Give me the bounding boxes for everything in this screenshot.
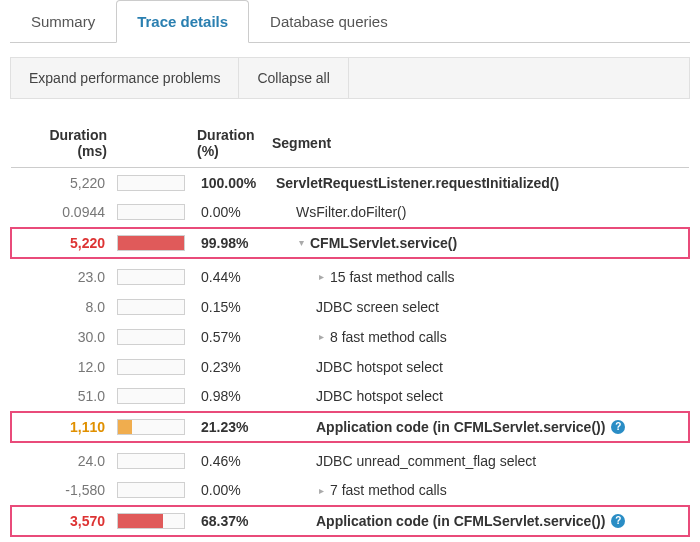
expand-problems-button[interactable]: Expand performance problems	[11, 58, 239, 98]
segment-cell: Application code (in CFMLServlet.service…	[266, 412, 689, 442]
trace-row[interactable]: 5,220100.00%ServletRequestListener.reque…	[11, 168, 689, 198]
duration-bar	[111, 262, 191, 292]
duration-pct: 68.37%	[191, 506, 266, 536]
duration-bar	[111, 382, 191, 412]
tab-summary[interactable]: Summary	[10, 0, 116, 43]
duration-pct: 99.98%	[191, 228, 266, 258]
chevron-down-icon[interactable]: ▾	[296, 237, 306, 248]
duration-bar	[111, 322, 191, 352]
chevron-right-icon[interactable]: ▸	[316, 485, 326, 496]
duration-pct: 21.23%	[191, 412, 266, 442]
segment-label: Application code (in CFMLServlet.service…	[316, 419, 605, 435]
segment-cell: JDBC screen select	[266, 292, 689, 322]
segment-label: WsFilter.doFilter()	[296, 204, 406, 220]
trace-row[interactable]: 30.00.57%▸8 fast method calls	[11, 322, 689, 352]
duration-ms: 12.0	[11, 352, 111, 382]
trace-row[interactable]: 24.00.46%JDBC unread_comment_flag select	[11, 446, 689, 476]
trace-row[interactable]: 12.00.23%JDBC hotspot select	[11, 352, 689, 382]
trace-row[interactable]: 0.09440.00%WsFilter.doFilter()	[11, 198, 689, 228]
segment-label: ServletRequestListener.requestInitialize…	[276, 175, 559, 191]
segment-label: CFMLServlet.service()	[310, 235, 457, 251]
duration-ms: 30.0	[11, 322, 111, 352]
trace-row[interactable]: 8.00.15%JDBC screen select	[11, 292, 689, 322]
help-icon[interactable]: ?	[611, 514, 625, 528]
duration-bar	[111, 412, 191, 442]
duration-bar	[111, 228, 191, 258]
trace-row[interactable]: 23.00.44%▸15 fast method calls	[11, 262, 689, 292]
trace-row[interactable]: 51.00.98%JDBC hotspot select	[11, 382, 689, 412]
duration-pct: 0.00%	[191, 198, 266, 228]
duration-ms: 5,220	[11, 228, 111, 258]
segment-cell: WsFilter.doFilter()	[266, 198, 689, 228]
segment-label: 15 fast method calls	[330, 269, 455, 285]
segment-cell: JDBC hotspot select	[266, 382, 689, 412]
chevron-right-icon[interactable]: ▸	[316, 271, 326, 282]
duration-bar	[111, 198, 191, 228]
trace-table: Duration (ms) Duration (%) Segment 5,220…	[10, 119, 690, 540]
segment-cell: Application code (in CFMLServlet.service…	[266, 506, 689, 536]
segment-label: JDBC hotspot select	[316, 359, 443, 375]
toolbar: Expand performance problems Collapse all	[10, 57, 690, 99]
segment-label: 7 fast method calls	[330, 482, 447, 498]
chevron-right-icon[interactable]: ▸	[316, 331, 326, 342]
duration-bar	[111, 168, 191, 198]
trace-row[interactable]: 1,11021.23%Application code (in CFMLServ…	[11, 412, 689, 442]
duration-bar	[111, 476, 191, 506]
duration-ms: -1,580	[11, 476, 111, 506]
segment-label: Application code (in CFMLServlet.service…	[316, 513, 605, 529]
col-duration-ms[interactable]: Duration (ms)	[11, 119, 111, 168]
trace-row[interactable]: -1,5800.00%▸7 fast method calls	[11, 476, 689, 506]
segment-cell: JDBC unread_comment_flag select	[266, 446, 689, 476]
duration-pct: 0.44%	[191, 262, 266, 292]
segment-cell: ▸7 fast method calls	[266, 476, 689, 506]
help-icon[interactable]: ?	[611, 420, 625, 434]
duration-pct: 0.00%	[191, 476, 266, 506]
duration-pct: 0.15%	[191, 292, 266, 322]
duration-pct: 100.00%	[191, 168, 266, 198]
duration-bar	[111, 292, 191, 322]
duration-ms: 5,220	[11, 168, 111, 198]
collapse-all-button[interactable]: Collapse all	[239, 58, 348, 98]
duration-ms: 8.0	[11, 292, 111, 322]
segment-label: 8 fast method calls	[330, 329, 447, 345]
duration-pct: 0.46%	[191, 446, 266, 476]
segment-label: JDBC screen select	[316, 299, 439, 315]
duration-ms: 24.0	[11, 446, 111, 476]
trace-row[interactable]: 3,57068.37%Application code (in CFMLServ…	[11, 506, 689, 536]
duration-ms: 23.0	[11, 262, 111, 292]
segment-cell: JDBC hotspot select	[266, 352, 689, 382]
duration-pct: 0.57%	[191, 322, 266, 352]
segment-cell: ▸8 fast method calls	[266, 322, 689, 352]
segment-label: JDBC hotspot select	[316, 388, 443, 404]
tab-trace-details[interactable]: Trace details	[116, 0, 249, 43]
duration-pct: 0.23%	[191, 352, 266, 382]
segment-cell: ▾CFMLServlet.service()	[266, 228, 689, 258]
segment-cell: ▸15 fast method calls	[266, 262, 689, 292]
duration-pct: 0.98%	[191, 382, 266, 412]
col-duration-pct[interactable]: Duration (%)	[191, 119, 266, 168]
tab-bar: SummaryTrace detailsDatabase queries	[10, 0, 690, 43]
tab-database-queries[interactable]: Database queries	[249, 0, 409, 43]
segment-cell: ServletRequestListener.requestInitialize…	[266, 168, 689, 198]
duration-ms: 51.0	[11, 382, 111, 412]
duration-bar	[111, 352, 191, 382]
duration-bar	[111, 506, 191, 536]
duration-ms: 1,110	[11, 412, 111, 442]
duration-ms: 0.0944	[11, 198, 111, 228]
segment-label: JDBC unread_comment_flag select	[316, 453, 536, 469]
duration-ms: 3,570	[11, 506, 111, 536]
col-segment[interactable]: Segment	[266, 119, 689, 168]
trace-row[interactable]: 5,22099.98%▾CFMLServlet.service()	[11, 228, 689, 258]
duration-bar	[111, 446, 191, 476]
